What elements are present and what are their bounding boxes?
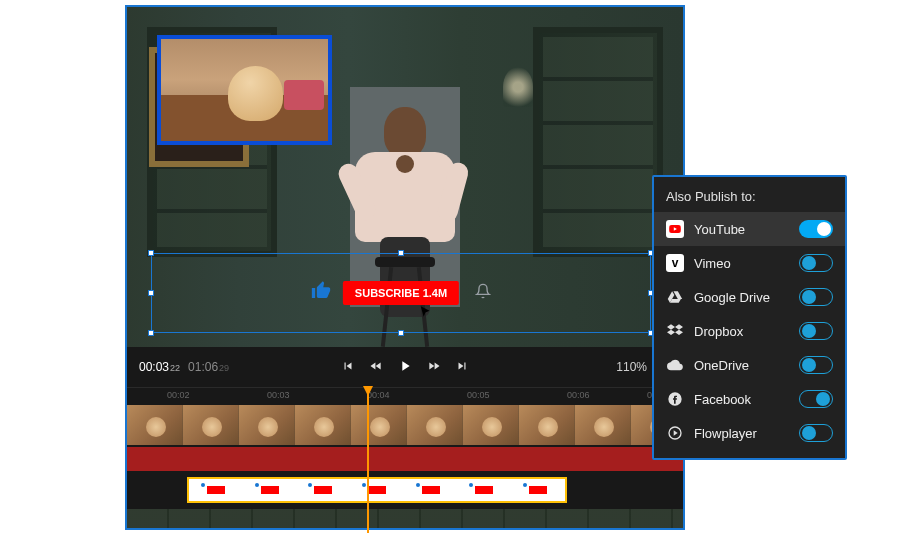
facebook-toggle[interactable]: [799, 390, 833, 408]
publish-panel: Also Publish to: YouTube v Vimeo Google …: [652, 175, 847, 460]
ruler-tick: 00:06: [567, 390, 590, 400]
video-editor: SUBSCRIBE 1.4M 00:0322 01:0629 110%: [125, 5, 685, 530]
secondary-video-track[interactable]: [127, 509, 683, 528]
overlay-mini-icon: [475, 486, 493, 494]
dropbox-icon: [666, 322, 684, 340]
overlay-mini-icon: [422, 486, 440, 494]
publish-row-facebook[interactable]: Facebook: [654, 382, 845, 416]
clip-thumbnail[interactable]: [519, 405, 575, 445]
service-label: Vimeo: [694, 256, 789, 271]
overlay-mini-icon: [368, 486, 386, 494]
ruler-tick: 00:03: [267, 390, 290, 400]
subscribe-button[interactable]: SUBSCRIBE 1.4M: [343, 281, 459, 305]
ruler-tick: 00:02: [167, 390, 190, 400]
service-label: OneDrive: [694, 358, 789, 373]
preview-monitor[interactable]: SUBSCRIBE 1.4M: [127, 7, 683, 347]
overlay-mini-icon: [207, 486, 225, 494]
duration-time-value: 01:06: [188, 360, 218, 374]
publish-row-onedrive[interactable]: OneDrive: [654, 348, 845, 382]
overlay-mini-icon: [314, 486, 332, 494]
service-label: Facebook: [694, 392, 789, 407]
overlay-selection[interactable]: SUBSCRIBE 1.4M: [151, 253, 651, 333]
skip-end-button[interactable]: [455, 359, 469, 376]
flowplayer-icon: [666, 424, 684, 442]
clip-thumbnail[interactable]: [183, 405, 239, 445]
vimeo-icon: v: [666, 254, 684, 272]
overlay-mini-icon: [529, 486, 547, 494]
facebook-icon: [666, 390, 684, 408]
onedrive-toggle[interactable]: [799, 356, 833, 374]
picture-in-picture[interactable]: [157, 35, 332, 145]
cursor-icon: [419, 305, 433, 322]
service-label: Flowplayer: [694, 426, 789, 441]
youtube-icon: [666, 220, 684, 238]
resize-handle[interactable]: [148, 330, 154, 336]
publish-row-vimeo[interactable]: v Vimeo: [654, 246, 845, 280]
service-label: YouTube: [694, 222, 789, 237]
youtube-toggle[interactable]: [799, 220, 833, 238]
clip-thumbnail[interactable]: [575, 405, 631, 445]
skip-start-button[interactable]: [341, 359, 355, 376]
bell-icon: [475, 283, 491, 303]
ruler-tick: 00:04: [367, 390, 390, 400]
forward-button[interactable]: [427, 359, 441, 376]
play-button[interactable]: [397, 358, 413, 377]
resize-handle[interactable]: [148, 250, 154, 256]
overlay-track[interactable]: [127, 477, 683, 507]
rewind-button[interactable]: [369, 359, 383, 376]
publish-title: Also Publish to:: [654, 185, 845, 212]
overlay-clip[interactable]: [187, 477, 567, 503]
clip-thumbnail[interactable]: [351, 405, 407, 445]
service-label: Dropbox: [694, 324, 789, 339]
publish-row-dropbox[interactable]: Dropbox: [654, 314, 845, 348]
resize-handle[interactable]: [148, 290, 154, 296]
clip-thumbnail[interactable]: [239, 405, 295, 445]
onedrive-icon: [666, 356, 684, 374]
color-track[interactable]: [127, 447, 683, 471]
playhead[interactable]: [367, 388, 369, 533]
clip-thumbnail[interactable]: [407, 405, 463, 445]
ruler-tick: 00:05: [467, 390, 490, 400]
resize-handle[interactable]: [398, 250, 404, 256]
current-time-frames: 22: [170, 363, 180, 373]
vimeo-toggle[interactable]: [799, 254, 833, 272]
publish-row-googledrive[interactable]: Google Drive: [654, 280, 845, 314]
duration-time: 01:0629: [188, 360, 229, 374]
current-time: 00:0322: [139, 360, 180, 374]
current-time-value: 00:03: [139, 360, 169, 374]
overlay-mini-icon: [261, 486, 279, 494]
googledrive-toggle[interactable]: [799, 288, 833, 306]
service-label: Google Drive: [694, 290, 789, 305]
thumbs-up-icon: [311, 281, 331, 306]
duration-time-frames: 29: [219, 363, 229, 373]
playback-controls: 00:0322 01:0629 110%: [127, 347, 683, 387]
transport-buttons: [341, 358, 469, 377]
publish-row-youtube[interactable]: YouTube: [654, 212, 845, 246]
publish-row-flowplayer[interactable]: Flowplayer: [654, 416, 845, 450]
timeline-ruler[interactable]: 00:02 00:03 00:04 00:05 00:06 00:07: [127, 387, 683, 405]
dropbox-toggle[interactable]: [799, 322, 833, 340]
clip-thumbnail[interactable]: [463, 405, 519, 445]
googledrive-icon: [666, 288, 684, 306]
timeline[interactable]: [127, 405, 683, 528]
clip-thumbnail[interactable]: [295, 405, 351, 445]
clip-thumbnail[interactable]: [127, 405, 183, 445]
video-track[interactable]: [127, 405, 683, 445]
flowplayer-toggle[interactable]: [799, 424, 833, 442]
resize-handle[interactable]: [398, 330, 404, 336]
zoom-level[interactable]: 110%: [616, 360, 647, 374]
